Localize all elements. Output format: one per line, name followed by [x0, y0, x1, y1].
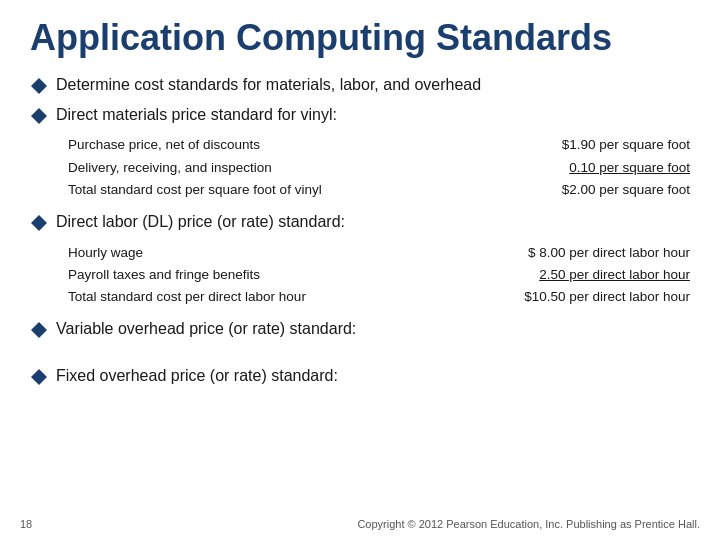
labor-row-3: Total standard cost per direct labor hou… [68, 286, 690, 308]
materials-label-2: Delivery, receiving, and inspection [68, 157, 292, 179]
bullet-5-text: Fixed overhead price (or rate) standard: [56, 365, 338, 387]
materials-row-3: Total standard cost per square foot of v… [68, 179, 690, 201]
materials-value-1: $1.90 per square foot [562, 134, 690, 156]
page-number: 18 [20, 518, 32, 530]
bullet-1: Determine cost standards for materials, … [30, 74, 690, 96]
bullet-5: Fixed overhead price (or rate) standard: [30, 365, 690, 387]
bullet-icon-4 [30, 321, 48, 339]
bullet-3-text: Direct labor (DL) price (or rate) standa… [56, 211, 345, 233]
labor-label-1: Hourly wage [68, 242, 163, 264]
bullet-4-text: Variable overhead price (or rate) standa… [56, 318, 356, 340]
svg-marker-4 [31, 369, 47, 385]
slide: Application Computing Standards Determin… [0, 0, 720, 540]
footer: 18 Copyright © 2012 Pearson Education, I… [0, 518, 720, 530]
bullet-1-text: Determine cost standards for materials, … [56, 74, 481, 96]
bullet-2-text: Direct materials price standard for viny… [56, 104, 337, 126]
labor-value-1: $ 8.00 per direct labor hour [528, 242, 690, 264]
bullet-3: Direct labor (DL) price (or rate) standa… [30, 211, 690, 233]
bullet-icon-5 [30, 368, 48, 386]
svg-marker-0 [31, 78, 47, 94]
materials-value-2: 0.10 per square foot [569, 157, 690, 179]
materials-label-1: Purchase price, net of discounts [68, 134, 280, 156]
labor-value-2: 2.50 per direct labor hour [539, 264, 690, 286]
bullet-icon-2 [30, 107, 48, 125]
labor-value-3: $10.50 per direct labor hour [524, 286, 690, 308]
svg-marker-3 [31, 322, 47, 338]
bullet-icon-3 [30, 214, 48, 232]
copyright-text: Copyright © 2012 Pearson Education, Inc.… [357, 518, 700, 530]
svg-marker-1 [31, 108, 47, 124]
materials-row-2: Delivery, receiving, and inspection 0.10… [68, 157, 690, 179]
materials-label-3: Total standard cost per square foot of v… [68, 179, 342, 201]
bullet-4: Variable overhead price (or rate) standa… [30, 318, 690, 340]
labor-label-3: Total standard cost per direct labor hou… [68, 286, 326, 308]
materials-table: Purchase price, net of discounts $1.90 p… [68, 134, 690, 201]
bullet-icon-1 [30, 77, 48, 95]
materials-value-3: $2.00 per square foot [562, 179, 690, 201]
labor-row-2: Payroll taxes and fringe benefits 2.50 p… [68, 264, 690, 286]
svg-marker-2 [31, 215, 47, 231]
slide-title: Application Computing Standards [30, 18, 690, 58]
materials-row-1: Purchase price, net of discounts $1.90 p… [68, 134, 690, 156]
labor-label-2: Payroll taxes and fringe benefits [68, 264, 280, 286]
labor-row-1: Hourly wage $ 8.00 per direct labor hour [68, 242, 690, 264]
bullet-2: Direct materials price standard for viny… [30, 104, 690, 126]
labor-table: Hourly wage $ 8.00 per direct labor hour… [68, 242, 690, 309]
